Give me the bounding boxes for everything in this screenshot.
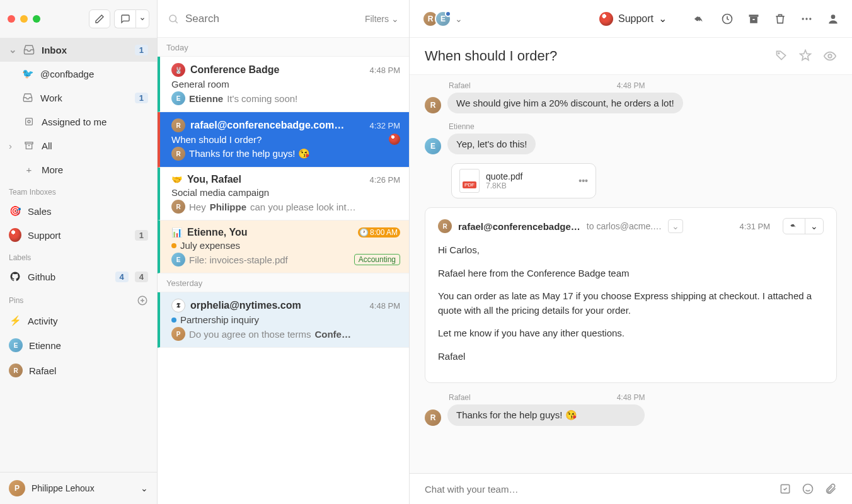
attachment-card[interactable]: quote.pdf 7.8KB ••• bbox=[451, 163, 596, 198]
svg-point-1 bbox=[28, 120, 30, 123]
msg-preview: It's coming soon! bbox=[227, 93, 297, 104]
nav-activity[interactable]: ⚡ Activity bbox=[0, 309, 157, 333]
nav-pin-etienne[interactable]: E Etienne bbox=[0, 333, 157, 358]
nav-label: Work bbox=[40, 93, 129, 103]
avatar: R bbox=[9, 364, 23, 377]
msg-from: orphelia@nytimes.com bbox=[190, 300, 365, 311]
thread[interactable]: R Rafael4:48 PM We should give him a 20%… bbox=[410, 75, 852, 473]
chat-dropdown[interactable] bbox=[135, 9, 149, 28]
avatar: 🐰 bbox=[171, 63, 185, 77]
avatar: E bbox=[9, 338, 23, 352]
nav-github[interactable]: Github 4 4 bbox=[0, 265, 157, 289]
msg-time: 4:32 PM bbox=[370, 121, 400, 130]
nav-label: @confbadge bbox=[40, 69, 148, 79]
nav-confbadge[interactable]: 🐦 @confbadge bbox=[0, 62, 157, 86]
emoji-icon[interactable] bbox=[802, 483, 814, 495]
nav-label: Github bbox=[28, 272, 109, 282]
section-labels: Labels bbox=[0, 247, 157, 265]
assigned-icon bbox=[23, 115, 35, 128]
svg-point-7 bbox=[802, 18, 804, 20]
message-item-selected[interactable]: R rafael@conferencebadge.com… 4:32 PM Wh… bbox=[158, 112, 409, 168]
star-icon[interactable] bbox=[799, 49, 812, 63]
reply-all-icon[interactable] bbox=[693, 12, 707, 26]
twitter-icon: 🐦 bbox=[21, 67, 34, 80]
search-bar: Filters ⌄ bbox=[158, 0, 409, 38]
filters-button[interactable]: Filters ⌄ bbox=[365, 14, 399, 24]
msg-author: Etienne bbox=[189, 93, 223, 104]
chevron-down-icon: ⌄ bbox=[391, 14, 399, 24]
titlebar bbox=[0, 0, 157, 38]
nav-assigned[interactable]: Assigned to me bbox=[0, 110, 157, 134]
notification-dot bbox=[445, 11, 451, 17]
trash-icon[interactable] bbox=[774, 13, 786, 25]
svg-point-4 bbox=[170, 15, 176, 22]
email-card: R rafael@conferencebadge… to carlos@acme… bbox=[425, 207, 837, 383]
email-from: rafael@conferencebadge… bbox=[458, 221, 580, 232]
more-icon[interactable] bbox=[800, 13, 813, 25]
svg-point-14 bbox=[803, 484, 813, 494]
clock-icon[interactable] bbox=[721, 13, 734, 25]
attachment-name: quote.pdf bbox=[486, 171, 572, 181]
reply-all-icon[interactable] bbox=[783, 219, 805, 234]
task-icon[interactable] bbox=[779, 483, 792, 495]
email-paragraph: Rafael bbox=[438, 350, 824, 364]
nav-label: All bbox=[42, 140, 148, 151]
expand-recipients[interactable]: ⌄ bbox=[668, 219, 683, 233]
compose-button[interactable] bbox=[89, 9, 110, 28]
chat-author: Rafael bbox=[449, 81, 471, 90]
chevron-down-icon[interactable]: ⌄ bbox=[805, 219, 823, 234]
unread-dot bbox=[171, 318, 176, 323]
search-input[interactable] bbox=[185, 13, 359, 25]
avatar: P bbox=[9, 480, 25, 496]
assignees[interactable]: R E ⌄ bbox=[422, 11, 463, 27]
subject-row: When should I order? bbox=[410, 38, 852, 75]
nav-pin-rafael[interactable]: R Rafael bbox=[0, 358, 157, 383]
avatar: 𝕿 bbox=[171, 299, 185, 312]
user-icon[interactable] bbox=[827, 13, 839, 25]
nav-more[interactable]: + More bbox=[0, 158, 157, 181]
section-pins: Pins bbox=[0, 289, 157, 309]
chart-icon: 📊 bbox=[171, 227, 182, 238]
reply-button[interactable]: ⌄ bbox=[783, 218, 824, 234]
close-window[interactable] bbox=[8, 15, 15, 23]
detail-header: R E ⌄ Support ⌄ bbox=[410, 0, 852, 38]
compose-row bbox=[410, 473, 852, 504]
sidebar-nav: ⌄ Inbox 1 🐦 @confbadge Work 1 Assigned t… bbox=[0, 38, 157, 472]
chat-message: R Rafael4:48 PM We should give him a 20%… bbox=[425, 81, 837, 113]
nav-work[interactable]: Work 1 bbox=[0, 86, 157, 110]
email-paragraph: You can order as late as May 17 if you c… bbox=[438, 289, 824, 318]
archive-icon[interactable] bbox=[747, 13, 760, 25]
user-switcher[interactable]: P Philippe Lehoux ⌄ bbox=[0, 472, 157, 504]
nav-support[interactable]: Support 1 bbox=[0, 223, 157, 247]
nav-inbox[interactable]: ⌄ Inbox 1 bbox=[0, 38, 157, 62]
compose-input[interactable] bbox=[425, 484, 770, 495]
github-badge-blue: 4 bbox=[115, 272, 129, 282]
chevron-down-icon: ⌄ bbox=[659, 13, 667, 25]
watch-icon[interactable] bbox=[823, 49, 837, 63]
attachment-icon[interactable] bbox=[824, 483, 837, 495]
nav-label: Activity bbox=[28, 316, 148, 326]
pins-label: Pins bbox=[9, 296, 23, 305]
sidebar: ⌄ Inbox 1 🐦 @confbadge Work 1 Assigned t… bbox=[0, 0, 158, 504]
chevron-down-icon: ⌄ bbox=[9, 44, 16, 55]
tag-icon[interactable] bbox=[775, 49, 788, 63]
filters-label: Filters bbox=[365, 14, 389, 24]
inbox-selector[interactable]: Support ⌄ bbox=[599, 12, 667, 26]
add-pin-button[interactable] bbox=[137, 295, 148, 306]
maximize-window[interactable] bbox=[33, 15, 40, 23]
message-item[interactable]: 📊 Etienne, You 🕐 8:00 AM July expenses E… bbox=[158, 220, 409, 273]
message-item[interactable]: 𝕿 orphelia@nytimes.com 4:48 PM Partnersh… bbox=[158, 292, 409, 348]
nav-all[interactable]: › All bbox=[0, 134, 157, 158]
msg-subject: Social media campaign bbox=[171, 187, 400, 198]
minimize-window[interactable] bbox=[20, 15, 28, 23]
plus-icon: + bbox=[23, 163, 35, 176]
more-icon[interactable]: ••• bbox=[579, 176, 588, 186]
message-item[interactable]: 🤝 You, Rafael 4:26 PM Social media campa… bbox=[158, 168, 409, 220]
chevron-down-icon[interactable]: ⌄ bbox=[455, 14, 463, 24]
message-item[interactable]: 🐰 Conference Badge 4:48 PM General room … bbox=[158, 57, 409, 112]
svg-rect-2 bbox=[25, 142, 33, 144]
chat-button[interactable] bbox=[114, 9, 135, 28]
user-name: Philippe Lehoux bbox=[32, 483, 134, 493]
github-badge-gray: 4 bbox=[135, 272, 148, 282]
nav-sales[interactable]: 🎯 Sales bbox=[0, 199, 157, 223]
